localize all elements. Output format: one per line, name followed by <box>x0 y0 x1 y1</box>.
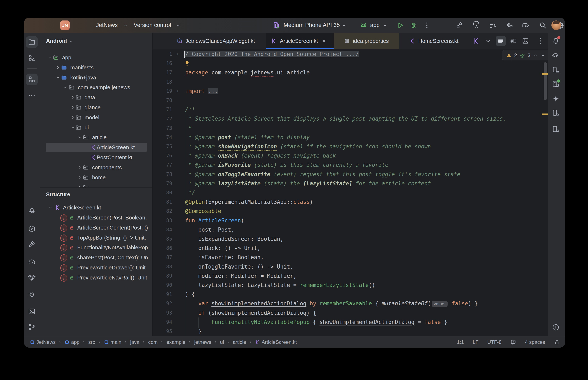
code-line[interactable]: 18 <box>153 77 546 87</box>
code-line[interactable]: 91) { <box>153 290 546 299</box>
code-line[interactable]: 73 * <box>153 124 546 133</box>
notifications-button[interactable] <box>550 35 562 47</box>
prev-problem-button[interactable] <box>533 53 538 58</box>
tree-chevron-icon[interactable] <box>70 95 75 100</box>
tree-item-kotlin-java[interactable]: kotlin+java <box>40 73 152 82</box>
logcat-tool-button[interactable] <box>26 289 38 301</box>
tree-item-model[interactable]: model <box>40 113 152 122</box>
attach-debugger-button-icon[interactable] <box>506 21 513 29</box>
code-line[interactable]: 84 post: Post, <box>153 225 546 234</box>
app-inspection-tool-button[interactable] <box>26 204 38 216</box>
device-manager-tool-button[interactable] <box>550 64 562 76</box>
code-line[interactable]: 17package com.example.jetnews.ui.article <box>153 68 546 77</box>
tree-item-components[interactable]: components <box>40 163 152 172</box>
code-line[interactable]: 92 var showUnimplementedActionDialog by … <box>153 299 546 308</box>
tree-chevron-icon[interactable] <box>70 105 75 110</box>
sync-translate-button-icon[interactable] <box>472 21 480 29</box>
profiler-tool-button[interactable] <box>26 256 38 268</box>
tree-chevron-icon[interactable] <box>48 55 53 60</box>
breadcrumb-item-app[interactable]: app <box>64 339 80 345</box>
run-button[interactable] <box>396 21 404 29</box>
hidden-tabs-kotlin-icon[interactable] <box>473 37 480 45</box>
breadcrumb-item-jetnews[interactable]: jetnews <box>194 339 211 345</box>
structure-tool-button[interactable] <box>26 74 38 85</box>
code-line[interactable]: 77 * @param isFavorite (state) is this i… <box>153 160 546 170</box>
gem-tool-button[interactable] <box>26 272 38 284</box>
structure-item[interactable]: fArticleScreenContent(Post, () <box>40 223 152 232</box>
tree-item-app[interactable]: app <box>40 53 152 62</box>
close-tab-icon[interactable] <box>322 38 326 43</box>
breadcrumb-item-articlescreen-kt[interactable]: ArticleScreen.kt <box>255 339 297 345</box>
code-line[interactable]: 16 <box>153 59 546 68</box>
code-line[interactable]: 79 * @param lazyListState (state) the [L… <box>153 179 546 188</box>
tree-chevron-icon[interactable] <box>70 125 75 130</box>
structure-item[interactable]: fTopAppBar(String, () -> Unit, <box>40 233 152 242</box>
gemini-tool-button[interactable] <box>550 93 562 105</box>
inspections-summary-widget[interactable]: 2 3 <box>502 50 548 60</box>
tree-item-manifests[interactable]: manifests <box>40 63 152 72</box>
device-explorer-tool-button[interactable] <box>550 123 562 135</box>
structure-item[interactable]: fPreviewArticleNavRail(): Unit <box>40 273 152 282</box>
device-selector[interactable]: Medium Phone API 35 <box>284 18 340 33</box>
resource-manager-tool-button[interactable] <box>26 52 38 64</box>
code-line[interactable]: 81@OptIn(ExperimentalMaterial3Api::class… <box>153 197 546 207</box>
hidden-tabs-dropdown[interactable] <box>485 37 492 45</box>
structure-item[interactable]: fArticleScreen(Post, Boolean, <box>40 213 152 222</box>
tree-item-data[interactable]: data <box>40 93 152 102</box>
code-line[interactable]: 83fun ArticleScreen( <box>153 216 546 225</box>
running-devices-tool-button[interactable] <box>550 78 562 90</box>
tree-chevron-icon[interactable] <box>77 175 82 180</box>
code-line[interactable]: 85 isExpandedScreen: Boolean, <box>153 234 546 244</box>
more-run-options-button[interactable] <box>423 21 431 29</box>
project-selector[interactable]: JetNews <box>96 18 118 33</box>
code-line[interactable]: 19›import ... <box>153 87 546 96</box>
code-line[interactable]: 78 * @param onToggleFavorite (event) req… <box>153 170 546 179</box>
indent-style[interactable]: 4 spaces <box>525 339 545 345</box>
code-line[interactable]: 88 onToggleFavorite: () -> Unit, <box>153 262 546 271</box>
editor-tab-homescreens-kt[interactable]: HomeScreens.kt <box>399 33 469 49</box>
code-line[interactable]: 70 <box>153 96 546 105</box>
code-line[interactable]: 87 isFavorite: Boolean, <box>153 253 546 262</box>
code-line[interactable]: 71/** <box>153 105 546 114</box>
code-line[interactable]: 86 onBack: () -> Unit, <box>153 244 546 253</box>
structure-item[interactable]: fPreviewArticleDrawer(): Unit <box>40 263 152 272</box>
editor-tab-idea-properties[interactable]: idea.properties <box>334 33 399 49</box>
gradle-sync-button-icon[interactable] <box>522 21 529 29</box>
terminal-tool-button[interactable] <box>26 305 38 317</box>
project-view-selector[interactable]: Android <box>46 38 67 44</box>
view-code-toggle[interactable] <box>496 36 506 46</box>
view-preview-toggle[interactable] <box>522 37 529 45</box>
fold-marker-icon[interactable]: › <box>176 50 182 59</box>
tree-item-home[interactable]: home <box>40 173 152 182</box>
scrollbar-thumb[interactable] <box>544 62 547 100</box>
project-tool-button[interactable] <box>26 36 38 48</box>
tree-chevron-icon[interactable] <box>63 85 68 90</box>
tab-options-menu[interactable] <box>537 37 544 45</box>
breadcrumb-item-jetnews[interactable]: JetNews <box>30 339 56 345</box>
breadcrumb-item-article[interactable]: article <box>233 339 246 345</box>
code-line[interactable]: 72 * Stateless Article Screen that displ… <box>153 114 546 123</box>
code-editor[interactable]: 1›/ Copyright 2020 The Android Open Sour… <box>153 50 548 336</box>
tree-item-articlescreen-kt[interactable]: ArticleScreen.kt <box>40 143 152 152</box>
structure-item[interactable]: fsharePost(Post, Context): Un <box>40 253 152 262</box>
file-writable-toggle[interactable] <box>554 339 560 345</box>
tree-item-glance[interactable]: glance <box>40 103 152 112</box>
tree-chevron-icon[interactable] <box>70 115 75 120</box>
code-line[interactable]: 89 modifier: Modifier = Modifier, <box>153 271 546 281</box>
tree-chevron-icon[interactable] <box>56 75 61 80</box>
structure-item[interactable]: fFunctionalityNotAvailablePop <box>40 243 152 252</box>
fold-marker-icon[interactable]: › <box>176 87 182 96</box>
tree-item-ui[interactable]: ui <box>40 123 152 132</box>
breadcrumb-item-main[interactable]: main <box>104 339 121 345</box>
tree-item-article[interactable]: article <box>40 133 152 142</box>
breadcrumb-item-com[interactable]: com <box>148 339 158 345</box>
app-insights-tool-button[interactable] <box>26 223 38 235</box>
run-config-selector[interactable]: app <box>370 18 380 33</box>
scrollbar-warning-mark[interactable] <box>542 114 548 115</box>
device-mirroring-tool-button[interactable] <box>550 107 562 119</box>
build-button-icon[interactable] <box>456 21 464 29</box>
tree-item-com-example-jetnews[interactable]: com.example.jetnews <box>40 83 152 92</box>
tree-chevron-icon[interactable] <box>48 205 53 210</box>
tree-chevron-icon[interactable] <box>77 165 82 170</box>
breadcrumb-item-ui[interactable]: ui <box>220 339 224 345</box>
